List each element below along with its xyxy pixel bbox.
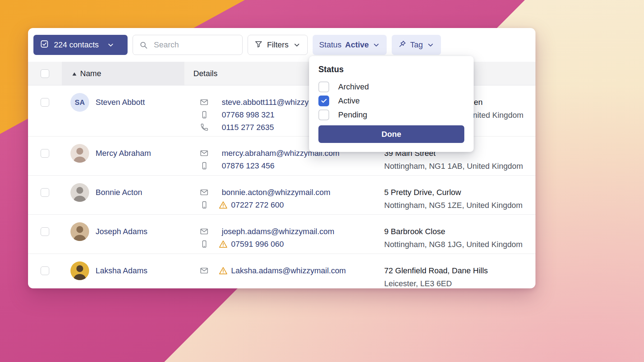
address-cell: 5 Pretty Drive, Curlow Nottingham, NG5 1… <box>382 176 535 212</box>
filters-label: Filters <box>267 40 289 50</box>
column-header-name[interactable]: Name <box>62 62 184 85</box>
name-cell: Bonnie Acton <box>62 176 184 212</box>
tag-filter-button[interactable]: Tag <box>392 35 441 55</box>
address-line1: 5 Pretty Drive, Curlow <box>384 186 535 199</box>
contact-name[interactable]: Laksha Adams <box>96 264 147 277</box>
detail-line: 07876 123 456 <box>200 159 382 172</box>
contact-name[interactable]: Joseph Adams <box>96 225 147 238</box>
select-all-checkbox[interactable] <box>41 69 49 78</box>
detail-text[interactable]: Laksha.adams@whizzymail.com <box>231 266 346 275</box>
status-option-label: Archived <box>338 82 369 92</box>
avatar[interactable] <box>70 183 89 202</box>
contact-name[interactable]: Steven Abbott <box>96 96 145 108</box>
row-checkbox-cell <box>28 176 62 212</box>
avatar[interactable] <box>70 261 89 280</box>
phone-icon <box>200 123 208 131</box>
search-input[interactable] <box>133 35 243 55</box>
status-label: Status <box>319 40 341 50</box>
name-cell: Joseph Adams <box>62 215 184 251</box>
dropdown-title: Status <box>318 64 464 75</box>
email-icon <box>200 188 208 197</box>
address-cell: 9 Barbrook Close Nottingham, NG8 1JG, Un… <box>382 215 535 251</box>
name-cell: SA Steven Abbott <box>62 85 184 134</box>
address-line2: Nottingham, NG8 1JG, United Kingdom <box>384 238 535 251</box>
detail-line: 07227 272 600 <box>200 199 382 211</box>
details-cell: Laksha.adams@whizzymail.com <box>184 254 382 288</box>
funnel-icon <box>254 40 263 50</box>
status-filter-button[interactable]: Status Active <box>313 35 387 55</box>
detail-text[interactable]: 07768 998 321 <box>222 110 275 120</box>
status-option-label: Active <box>338 96 360 106</box>
email-icon <box>200 98 208 107</box>
checkbox-icon[interactable] <box>318 96 329 106</box>
address-line2: Nottingham, NG5 1ZE, United Kingdom <box>384 199 535 212</box>
email-icon <box>200 227 208 236</box>
email-icon <box>200 266 208 275</box>
row-checkbox[interactable] <box>41 227 49 236</box>
status-option-label: Pending <box>338 110 367 120</box>
row-checkbox-cell <box>28 85 62 134</box>
filters-button[interactable]: Filters <box>248 35 308 55</box>
detail-line: Laksha.adams@whizzymail.com <box>200 264 382 277</box>
contacts-card: 224 contacts Filters Status Active <box>28 28 535 288</box>
select-all-icon <box>40 40 49 51</box>
details-header-label: Details <box>193 69 217 78</box>
detail-text[interactable]: joseph.adams@whizzymail.com <box>222 227 334 236</box>
tag-label: Tag <box>410 40 423 50</box>
status-dropdown-panel: Status Archived Active Pending Done <box>309 56 474 152</box>
status-value: Active <box>345 40 369 50</box>
chevron-down-icon <box>427 41 434 49</box>
contact-name[interactable]: Mercy Abraham <box>96 147 151 159</box>
address-line1: 72 Glenfield Road, Dane Hills <box>384 264 535 277</box>
done-button[interactable]: Done <box>318 125 464 143</box>
detail-line: 07591 996 060 <box>200 238 382 250</box>
avatar[interactable] <box>70 222 89 241</box>
detail-text[interactable]: bonnie.acton@whizzymail.com <box>222 188 330 197</box>
status-option[interactable]: Active <box>318 94 464 108</box>
email-icon <box>200 149 208 158</box>
row-checkbox[interactable] <box>41 98 49 107</box>
warning-icon <box>218 240 228 249</box>
search-box <box>133 35 243 55</box>
address-line1: 9 Barbrook Close <box>384 225 535 238</box>
chevron-down-icon <box>372 41 380 49</box>
detail-text[interactable]: 07591 996 060 <box>231 240 284 249</box>
mobile-icon <box>200 162 208 170</box>
table-row: Bonnie Acton bonnie.acton@whizzymail.com… <box>28 176 535 215</box>
chevron-down-icon <box>293 41 301 49</box>
sort-ascending-icon <box>72 69 77 78</box>
contacts-count-label: 224 contacts <box>54 40 99 50</box>
table-row: Laksha Adams Laksha.adams@whizzymail.com… <box>28 254 535 288</box>
details-cell: bonnie.acton@whizzymail.com 07227 272 60… <box>184 176 382 212</box>
detail-text[interactable]: 07227 272 600 <box>231 200 284 210</box>
table-row: Joseph Adams joseph.adams@whizzymail.com… <box>28 215 535 254</box>
row-checkbox[interactable] <box>41 188 49 197</box>
name-cell: Laksha Adams <box>62 254 184 288</box>
row-checkbox[interactable] <box>41 266 49 275</box>
details-cell: joseph.adams@whizzymail.com 07591 996 06… <box>184 215 382 251</box>
avatar[interactable] <box>70 144 89 163</box>
row-checkbox[interactable] <box>41 149 49 158</box>
mobile-icon <box>200 111 208 119</box>
status-options: Archived Active Pending <box>318 80 464 122</box>
checkbox-icon[interactable] <box>318 110 329 120</box>
detail-line: joseph.adams@whizzymail.com <box>200 225 382 238</box>
detail-text[interactable]: 07876 123 456 <box>222 161 275 171</box>
contact-name[interactable]: Bonnie Acton <box>96 186 142 199</box>
header-checkbox-cell <box>28 62 62 85</box>
name-cell: Mercy Abraham <box>62 136 184 173</box>
avatar[interactable]: SA <box>70 93 89 112</box>
detail-text[interactable]: 0115 277 2635 <box>222 123 274 132</box>
chevron-down-icon <box>107 41 115 49</box>
mobile-icon <box>200 201 208 209</box>
checkbox-icon[interactable] <box>318 82 329 92</box>
pin-icon <box>398 40 406 50</box>
address-line2: Leicester, LE3 6ED <box>384 277 535 288</box>
contacts-count-button[interactable]: 224 contacts <box>33 35 128 55</box>
status-option[interactable]: Pending <box>318 108 464 122</box>
warning-icon <box>218 266 228 275</box>
warning-icon <box>218 200 228 210</box>
address-cell: 72 Glenfield Road, Dane Hills Leicester,… <box>382 254 535 288</box>
row-checkbox-cell <box>28 136 62 173</box>
status-option[interactable]: Archived <box>318 80 464 94</box>
